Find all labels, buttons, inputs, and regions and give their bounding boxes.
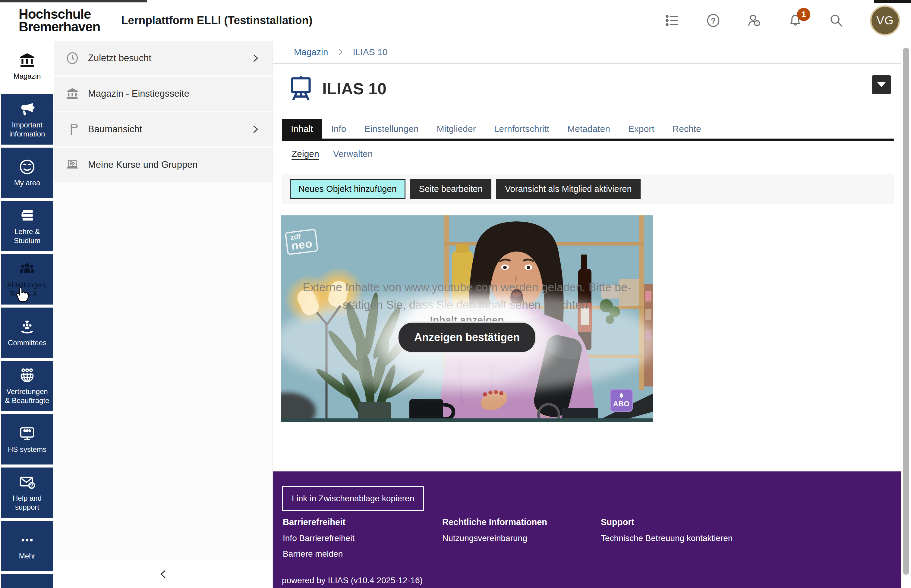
tab-inhalt[interactable]: Inhalt: [282, 119, 322, 139]
bell-icon: [618, 393, 625, 399]
footer-link-nutzungsvereinbarung[interactable]: Nutzungsvereinbarung: [442, 533, 527, 543]
panel-item-label: Magazin - Einstiegsseite: [88, 88, 261, 99]
add-object-button[interactable]: Neues Objekt hinzufügen: [290, 179, 405, 199]
footer-link-info-barrierefreiheit[interactable]: Info Barrierefreiheit: [283, 533, 355, 543]
platform-title: Lernplattform ELLI (Testinstallation): [121, 0, 313, 41]
caret-down-icon: [877, 82, 886, 87]
bell-icon[interactable]: 1: [788, 13, 802, 28]
sidebar-item-important-information[interactable]: Important information: [1, 94, 53, 145]
museum-icon: [66, 87, 79, 100]
panel-item-zuletzt-besucht[interactable]: Zuletzt besucht: [54, 41, 272, 75]
preview-as-member-button[interactable]: Voransicht als Mitglied aktivieren: [496, 179, 640, 199]
confirm-display-button[interactable]: Anzeigen bestätigen: [397, 321, 537, 353]
tab-bar: Inhalt Info Einstellungen Mitglieder Ler…: [282, 119, 894, 141]
panel-item-label: Meine Kurse und Gruppen: [88, 159, 261, 170]
chevron-right-icon: [250, 124, 261, 134]
abo-badge: ABO: [610, 389, 633, 412]
svg-text:?: ?: [30, 482, 33, 489]
sidebar-item-magazin[interactable]: Magazin: [1, 41, 53, 91]
edit-page-button[interactable]: Seite bearbeiten: [410, 179, 491, 199]
help-icon[interactable]: ?: [706, 13, 720, 28]
sidebar-item-vertretungen-beauftragte[interactable]: Vertretungen & Beauftragte: [1, 361, 53, 411]
breadcrumb: Magazin ILIAS 10: [273, 41, 901, 64]
header-icon-row: ? ! 1: [665, 0, 900, 41]
main-sidebar: Magazin Important information My area Le…: [0, 41, 54, 588]
logo-line2: Bremerhaven: [19, 21, 100, 33]
scrollbar-track: [901, 42, 911, 588]
footer-heading-barrierefreiheit: Barrierefreiheit: [283, 517, 345, 527]
tab-einstellungen[interactable]: Einstellungen: [355, 119, 428, 139]
sidebar-item-label: Magazin: [13, 72, 41, 81]
sidebar-item-my-area[interactable]: My area: [1, 148, 53, 198]
footer-link-technische-betreuung[interactable]: Technische Betreuung kontaktieren: [601, 533, 733, 543]
tab-rechte[interactable]: Rechte: [663, 119, 710, 139]
clock-icon: [66, 52, 79, 65]
sidebar-item-help-support[interactable]: ? Help and support: [1, 467, 53, 518]
committee-icon: [19, 318, 36, 335]
sidebar-item-label: My area: [14, 178, 41, 187]
ilias-app: Hochschule Bremerhaven Lernplattform ELL…: [0, 0, 911, 588]
subtab-zeigen[interactable]: Zeigen: [292, 149, 319, 159]
panel-item-baumansicht[interactable]: Baumansicht: [54, 112, 272, 146]
sidebar-item-mehr[interactable]: Mehr: [1, 521, 53, 571]
content-toolbar: Neues Objekt hinzufügen Seite bearbeiten…: [282, 174, 894, 204]
sidebar-item-label: Mehr: [19, 552, 36, 561]
tab-info[interactable]: Info: [322, 119, 355, 139]
copy-link-button[interactable]: Link in Zwischenablage kopieren: [282, 486, 424, 511]
page-footer: Link in Zwischenablage kopieren Barriere…: [273, 472, 901, 588]
footer-heading-support: Support: [601, 517, 634, 527]
mail-question-icon: ?: [19, 474, 36, 491]
actions-dropdown-button[interactable]: [872, 75, 891, 94]
search-icon[interactable]: [829, 13, 843, 28]
panel-item-label: Baumansicht: [88, 124, 250, 135]
consent-text-line1: Externe Inhalte von www.youtube.com werd…: [281, 281, 653, 294]
sidebar-item-committees[interactable]: Committees: [1, 308, 53, 358]
logo-line1: Hochschule: [19, 8, 100, 21]
user-awareness-icon[interactable]: !: [747, 13, 762, 28]
panel-item-meine-kurse-gruppen[interactable]: Meine Kurse und Gruppen: [54, 148, 272, 182]
sidebar-item-partial: [1, 574, 53, 588]
hochschule-bremerhaven-logo[interactable]: Hochschule Bremerhaven: [19, 8, 100, 33]
tab-export[interactable]: Export: [619, 119, 663, 139]
books-icon: [19, 207, 36, 224]
more-icon: [19, 531, 36, 549]
panel-item-magazin-einstiegsseite[interactable]: Magazin - Einstiegsseite: [54, 76, 272, 111]
scrollbar-thumb[interactable]: [903, 48, 909, 575]
notification-badge: 1: [797, 8, 810, 21]
sidebar-item-label: Help and support: [3, 494, 51, 512]
object-title-row: ILIAS 10: [289, 75, 386, 102]
smiley-icon: [19, 158, 36, 175]
main-content: Magazin ILIAS 10 ILIAS 10 Inhalt Info: [273, 41, 901, 588]
avatar[interactable]: VG: [870, 5, 900, 36]
sidebar-item-label: Important information: [3, 121, 51, 139]
laptop-users-icon: [66, 158, 79, 171]
sidebar-item-hs-systems[interactable]: HS systems: [1, 414, 53, 465]
sidebar-item-label: Vertretungen & Beauftragte: [3, 387, 51, 405]
tab-mitglieder[interactable]: Mitglieder: [428, 119, 485, 139]
youtube-embed-placeholder[interactable]: zdf neo Externe Inhalte von www.youtube.…: [281, 215, 653, 422]
subtab-verwalten[interactable]: Verwalten: [333, 149, 373, 159]
svg-text:!: !: [756, 20, 758, 26]
breadcrumb-current[interactable]: ILIAS 10: [353, 47, 387, 57]
sidebar-item-label: HS systems: [8, 445, 46, 454]
footer-heading-rechtliche-informationen: Rechtliche Informationen: [442, 517, 547, 527]
sidebar-item-label: Committees: [8, 338, 46, 347]
megaphone-icon: [19, 101, 36, 118]
top-header: Hochschule Bremerhaven Lernplattform ELL…: [0, 0, 911, 41]
globe-people-icon: [19, 367, 36, 384]
channel-logo-line2: neo: [290, 238, 313, 251]
breadcrumb-link-magazin[interactable]: Magazin: [294, 47, 328, 57]
tab-lernfortschritt[interactable]: Lernfortschritt: [485, 119, 558, 139]
abo-label: ABO: [613, 400, 630, 408]
tab-metadaten[interactable]: Metadaten: [558, 119, 619, 139]
context-panel: Zuletzt besucht Magazin - Einstiegsseite…: [54, 41, 273, 588]
footer-link-barriere-melden[interactable]: Barriere melden: [283, 549, 343, 559]
chevron-right-icon: [250, 53, 261, 63]
list-icon[interactable]: [665, 13, 679, 28]
sidebar-item-label: Lehre & Studium: [3, 227, 51, 245]
powered-by-text: powered by ILIAS (v10.4 2025-12-16): [282, 576, 423, 585]
svg-text:?: ?: [711, 16, 716, 25]
signpost-icon: [66, 123, 79, 136]
sidebar-item-lehre-studium[interactable]: Lehre & Studium: [1, 201, 53, 251]
collapse-panel-button[interactable]: [54, 560, 272, 588]
